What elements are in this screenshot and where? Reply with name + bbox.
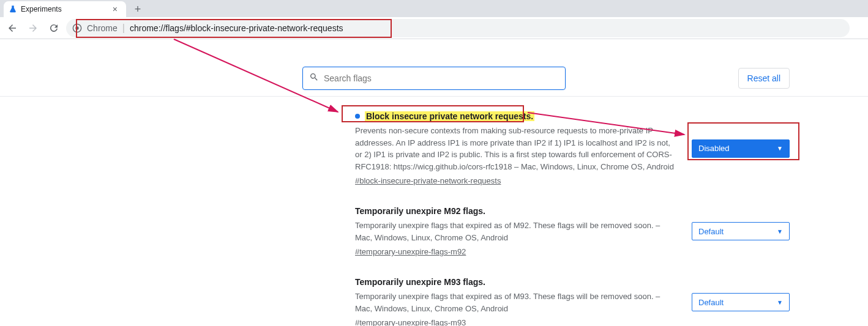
new-tab-button[interactable]: + xyxy=(130,1,146,17)
flag-title: Temporarily unexpire M92 flags. xyxy=(355,206,677,216)
url-text: chrome://flags/#block-insecure-private-n… xyxy=(130,23,343,33)
tab-title: Experiments xyxy=(21,5,107,13)
chrome-icon xyxy=(72,23,82,33)
flag-title-text: Block insecure private network requests. xyxy=(365,111,534,121)
flag-hash-link[interactable]: #temporary-unexpire-flags-m92 xyxy=(355,247,677,256)
flag-side: Default▼ xyxy=(692,206,790,256)
flag-row: Block insecure private network requests.… xyxy=(0,105,868,200)
close-icon[interactable]: × xyxy=(110,4,120,15)
bookmarks-bar xyxy=(0,39,868,60)
flag-select-value: Default xyxy=(698,298,724,307)
flag-select[interactable]: Default▼ xyxy=(692,222,790,240)
flags-page: Reset all Block insecure private network… xyxy=(0,60,868,326)
flag-description: Prevents non-secure contexts from making… xyxy=(355,125,677,172)
flag-main: Temporarily unexpire M92 flags.Temporari… xyxy=(355,206,677,256)
modified-dot-icon xyxy=(355,114,360,119)
flag-hash-link[interactable]: #temporary-unexpire-flags-m93 xyxy=(355,318,677,326)
chevron-down-icon: ▼ xyxy=(777,299,783,306)
flag-title-text: Temporarily unexpire M92 flags. xyxy=(355,206,485,216)
flag-side: Default▼ xyxy=(692,277,790,326)
flag-description: Temporarily unexpire flags that expired … xyxy=(355,291,677,314)
flask-icon xyxy=(9,5,17,13)
flag-title: Block insecure private network requests. xyxy=(355,111,677,121)
chevron-down-icon: ▼ xyxy=(777,228,783,235)
svg-point-1 xyxy=(75,26,78,29)
flag-select-value: Disabled xyxy=(698,144,730,153)
flag-row: Temporarily unexpire M92 flags.Temporari… xyxy=(0,200,868,271)
site-chip-label: Chrome xyxy=(87,23,118,33)
reload-button[interactable] xyxy=(45,20,62,37)
flag-select[interactable]: Default▼ xyxy=(692,293,790,311)
flags-list: Block insecure private network requests.… xyxy=(0,97,868,326)
flag-row: Temporarily unexpire M93 flags.Temporari… xyxy=(0,271,868,326)
back-button[interactable] xyxy=(4,20,21,37)
flag-side: Disabled▼ xyxy=(692,111,790,185)
flag-title: Temporarily unexpire M93 flags. xyxy=(355,277,677,287)
flag-main: Block insecure private network requests.… xyxy=(355,111,677,185)
chip-divider: | xyxy=(122,23,125,34)
flag-title-text: Temporarily unexpire M93 flags. xyxy=(355,277,485,287)
tab-strip: Experiments × + xyxy=(0,0,868,17)
address-bar[interactable]: Chrome | chrome://flags/#block-insecure-… xyxy=(66,19,850,37)
search-flags-field[interactable] xyxy=(302,67,566,90)
flag-select[interactable]: Disabled▼ xyxy=(692,139,790,158)
search-input[interactable] xyxy=(324,73,559,83)
forward-button[interactable] xyxy=(24,20,42,37)
flag-hash-link[interactable]: #block-insecure-private-network-requests xyxy=(355,176,677,185)
flag-select-value: Default xyxy=(698,227,724,236)
reset-all-button[interactable]: Reset all xyxy=(738,68,790,89)
flags-top-controls: Reset all xyxy=(0,60,868,97)
browser-toolbar: Chrome | chrome://flags/#block-insecure-… xyxy=(0,17,868,39)
flag-description: Temporarily unexpire flags that expired … xyxy=(355,220,677,243)
chevron-down-icon: ▼ xyxy=(777,145,783,152)
browser-tab[interactable]: Experiments × xyxy=(4,1,126,17)
search-icon xyxy=(309,72,319,84)
flag-main: Temporarily unexpire M93 flags.Temporari… xyxy=(355,277,677,326)
